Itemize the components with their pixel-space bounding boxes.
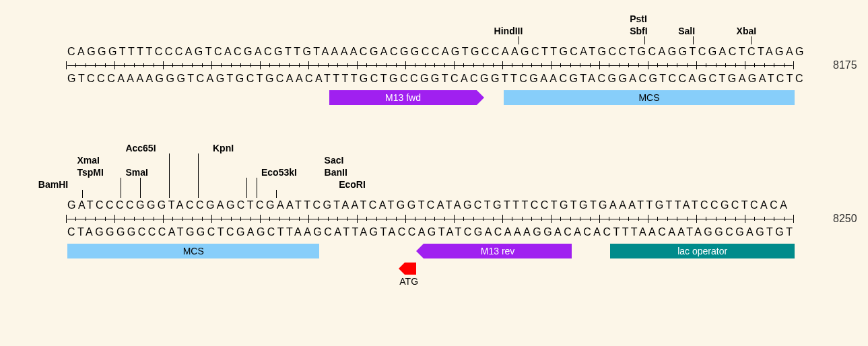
- position-label: 8175: [833, 59, 857, 71]
- enzyme-tick: [198, 153, 199, 198]
- enzyme-tick: [82, 190, 83, 198]
- enzyme-tick: [519, 36, 519, 44]
- top-strand: GATCCCCGGGTACCGAGCTCGAATTCGTAATCATGGTCAT…: [67, 198, 789, 213]
- sequence-ruler: [67, 219, 793, 219]
- enzyme-tick: [751, 36, 752, 44]
- enzyme-label-hindiii: HindIII: [494, 26, 523, 36]
- feature-atg: [405, 263, 417, 275]
- enzyme-label-xbai: XbaI: [737, 26, 757, 36]
- enzyme-label-sbfi: SbfI: [630, 26, 647, 36]
- position-label: 8250: [833, 213, 857, 225]
- enzyme-label-kpni: KpnI: [213, 143, 234, 153]
- sequence-ruler: [67, 65, 793, 66]
- feature-sublabel-atg: ATG: [395, 276, 424, 287]
- enzyme-annotations: BamHIXmaITspMISmaIAcc65IKpnIEco53kISacIB…: [67, 143, 841, 198]
- enzyme-label-psti: PstI: [630, 13, 647, 24]
- enzyme-label-saci: SacI: [325, 155, 344, 166]
- enzyme-label-eco53ki: Eco53kI: [261, 167, 297, 178]
- enzyme-label-sali: SalI: [678, 26, 695, 36]
- feature-mcs: MCS: [504, 90, 795, 105]
- feature-area: M13 fwdMCS: [67, 90, 841, 109]
- sequence-block-0: HindIIIPstISbfISalIXbaICAGGGTTTTCCCAGTCA…: [27, 13, 841, 109]
- enzyme-tick: [276, 190, 277, 198]
- enzyme-label-smai: SmaI: [125, 167, 147, 178]
- enzyme-tick: [169, 153, 170, 198]
- enzyme-label-ecori: EcoRI: [339, 179, 366, 190]
- enzyme-tick: [644, 36, 645, 44]
- enzyme-tick: [121, 178, 121, 198]
- feature-m13-rev: M13 rev: [424, 244, 571, 258]
- bottom-strand: GTCCCAAAAGGGTCAGTGCTGCAACATTTTGCTGCCGGTC…: [67, 71, 805, 86]
- top-strand: CAGGGTTTTCCCAGTCACGACGTTGTAAAACGACGGCCAG…: [67, 44, 806, 59]
- feature-area: MCSM13 revlac operatorATG: [67, 244, 841, 285]
- bottom-strand: CTAGGGGCCCATGGCTCGAGCTTAAGCATTAGTACCAGTA…: [67, 225, 795, 240]
- enzyme-label-acc65i: Acc65I: [125, 143, 156, 153]
- enzyme-tick: [257, 178, 257, 198]
- feature-mcs: MCS: [67, 244, 319, 258]
- enzyme-tick: [693, 36, 694, 44]
- sequence-block-1: BamHIXmaITspMISmaIAcc65IKpnIEco53kISacIB…: [27, 143, 841, 285]
- enzyme-label-xmai: XmaI: [77, 155, 99, 166]
- enzyme-label-banii: BanII: [325, 167, 347, 178]
- enzyme-tick: [246, 178, 247, 198]
- enzyme-label-bamhi: BamHI: [38, 179, 68, 190]
- feature-lac-operator: lac operator: [610, 244, 795, 258]
- enzyme-label-tspmi: TspMI: [77, 167, 103, 178]
- enzyme-annotations: HindIIIPstISbfISalIXbaI: [67, 13, 841, 44]
- feature-m13-fwd: M13 fwd: [329, 90, 477, 105]
- enzyme-tick: [140, 178, 141, 198]
